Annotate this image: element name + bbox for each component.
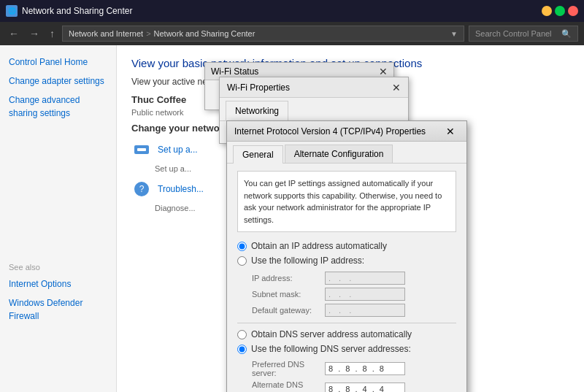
app-icon: 🌐 <box>6 5 18 17</box>
manual-ip-label: Use the following IP address: <box>251 255 364 266</box>
back-button[interactable]: ← <box>6 26 22 41</box>
sidebar: Control Panel Home Change adapter settin… <box>0 45 117 392</box>
tcpip-description: You can get IP settings assigned automat… <box>237 171 456 232</box>
search-box[interactable]: Search Control Panel 🔍 <box>469 26 578 42</box>
manual-ip-radio[interactable] <box>237 256 247 266</box>
tcpip-tab-general[interactable]: General <box>233 145 283 164</box>
setup-link-1[interactable]: Set up a... <box>158 143 198 156</box>
gateway-label: Default gateway: <box>252 306 325 315</box>
troubleshoot-icon: ? <box>131 179 152 199</box>
preferred-dns-input[interactable]: 8 . 8 . 8 . 8 <box>325 362 405 375</box>
sidebar-control-panel-home[interactable]: Control Panel Home <box>0 53 116 72</box>
sidebar-change-adapter[interactable]: Change adapter settings <box>0 72 116 91</box>
tcpip-tab-alternate[interactable]: Alternate Configuration <box>285 145 393 163</box>
divider <box>237 323 456 323</box>
up-button[interactable]: ↑ <box>47 26 58 41</box>
tcpip-tabs: General Alternate Configuration <box>227 142 466 164</box>
address-bar: ← → ↑ Network and Internet > Network and… <box>0 22 584 45</box>
subnet-row: Subnet mask: . . . <box>237 288 456 301</box>
search-icon[interactable]: 🔍 <box>561 29 572 39</box>
forward-button[interactable]: → <box>26 26 42 41</box>
gateway-input[interactable]: . . . <box>325 304 405 317</box>
window-title: Network and Sharing Center <box>22 6 132 16</box>
minimize-button[interactable]: _ <box>542 6 552 16</box>
wifi-status-title: Wi-Fi Status <box>211 66 258 77</box>
wifi-props-titlebar: Wi-Fi Properties ✕ <box>220 77 408 98</box>
svg-rect-1 <box>137 148 146 151</box>
sidebar-firewall[interactable]: Windows Defender Firewall <box>0 293 116 326</box>
wifi-props-title: Wi-Fi Properties <box>227 82 290 93</box>
tcpip-titlebar: Internet Protocol Version 4 (TCP/IPv4) P… <box>227 121 466 142</box>
alternate-dns-row: Alternate DNS server: 8 . 8 . 4 . 4 <box>237 380 456 392</box>
breadcrumb[interactable]: Network and Internet > Network and Shari… <box>62 26 464 42</box>
auto-ip-row: Obtain an IP address automatically <box>237 241 456 251</box>
auto-ip-label: Obtain an IP address automatically <box>251 241 387 251</box>
wifi-props-close[interactable]: ✕ <box>392 82 401 93</box>
svg-text:?: ? <box>139 184 145 194</box>
sidebar-change-advanced[interactable]: Change advanced sharing settings <box>0 91 116 123</box>
dropdown-icon[interactable]: ▼ <box>450 30 458 38</box>
troubleshoot-link[interactable]: Troublesh... <box>158 182 204 196</box>
subnet-label: Subnet mask: <box>252 290 325 299</box>
auto-dns-label: Obtain DNS server address automatically <box>251 329 412 339</box>
ip-address-input[interactable]: . . . <box>325 272 405 285</box>
ip-radio-group: Obtain an IP address automatically Use t… <box>237 241 456 266</box>
manual-ip-row: Use the following IP address: <box>237 255 456 266</box>
manual-dns-label: Use the following DNS server addresses: <box>251 344 411 354</box>
auto-ip-radio[interactable] <box>237 242 247 251</box>
tcpip-close-button[interactable]: ✕ <box>442 124 459 139</box>
preferred-dns-row: Preferred DNS server: 8 . 8 . 8 . 8 <box>237 360 456 377</box>
subnet-input[interactable]: . . . <box>325 288 405 301</box>
breadcrumb-network-internet[interactable]: Network and Internet <box>69 29 143 38</box>
dns-radio-group: Obtain DNS server address automatically … <box>237 329 456 354</box>
manual-dns-radio[interactable] <box>237 345 247 354</box>
setup-icon-1 <box>131 139 152 160</box>
maximize-button[interactable]: □ <box>555 6 565 16</box>
auto-dns-radio[interactable] <box>237 330 247 339</box>
preferred-dns-label: Preferred DNS server: <box>252 360 325 377</box>
alternate-dns-label: Alternate DNS server: <box>252 380 325 392</box>
window-controls: _ □ × <box>542 6 578 16</box>
ip-address-row: IP address: . . . <box>237 272 456 285</box>
wifi-status-close[interactable]: ✕ <box>379 66 388 77</box>
wifi-props-tabs: Networking <box>220 98 408 121</box>
see-also-title: See also <box>0 260 116 274</box>
tcpip-body: You can get IP settings assigned automat… <box>227 164 466 392</box>
title-bar: 🌐 Network and Sharing Center _ □ × <box>0 0 584 22</box>
tab-networking[interactable]: Networking <box>226 101 288 121</box>
sidebar-internet-options[interactable]: Internet Options <box>0 274 116 293</box>
tcpip-dialog: Internet Protocol Version 4 (TCP/IPv4) P… <box>226 120 467 392</box>
auto-dns-row: Obtain DNS server address automatically <box>237 329 456 339</box>
gateway-row: Default gateway: . . . <box>237 304 456 317</box>
ip-address-label: IP address: <box>252 274 325 283</box>
search-placeholder: Search Control Panel <box>475 29 552 38</box>
alternate-dns-input[interactable]: 8 . 8 . 4 . 4 <box>325 383 405 392</box>
breadcrumb-sharing-center[interactable]: Network and Sharing Center <box>154 29 256 38</box>
manual-dns-row: Use the following DNS server addresses: <box>237 344 456 354</box>
breadcrumb-sep-1: > <box>146 29 150 38</box>
close-button[interactable]: × <box>568 6 578 16</box>
tcpip-title: Internet Protocol Version 4 (TCP/IPv4) P… <box>234 126 426 137</box>
